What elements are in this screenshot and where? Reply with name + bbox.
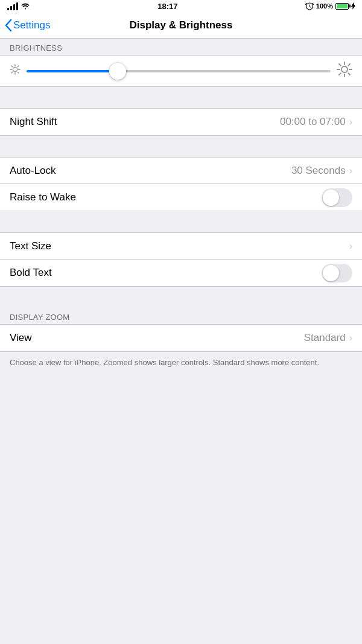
svg-line-8: [17, 66, 19, 67]
bold-text-row: Bold Text: [0, 260, 362, 286]
spacer-2: [0, 136, 362, 157]
text-size-row[interactable]: Text Size ›: [0, 233, 362, 260]
svg-point-1: [13, 67, 17, 71]
slider-fill: [27, 70, 118, 72]
svg-line-17: [348, 64, 350, 66]
auto-lock-chevron-icon: ›: [349, 166, 352, 176]
brightness-section-header: BRIGHTNESS: [0, 39, 362, 55]
svg-line-18: [339, 73, 341, 75]
night-shift-row[interactable]: Night Shift 00:00 to 07:00 ›: [0, 109, 362, 135]
text-group: Text Size › Bold Text: [0, 232, 362, 287]
bold-text-toggle[interactable]: [322, 264, 352, 282]
svg-line-7: [17, 72, 19, 73]
status-right: 100%: [305, 2, 355, 10]
svg-point-10: [341, 66, 348, 72]
svg-line-15: [339, 64, 341, 66]
text-size-value: ›: [349, 241, 352, 251]
view-row[interactable]: View Standard ›: [0, 325, 362, 351]
auto-lock-time: 30 Seconds: [291, 165, 346, 177]
svg-line-16: [348, 73, 350, 75]
wifi-icon: [21, 2, 30, 10]
view-label: View: [10, 332, 32, 344]
night-shift-chevron-icon: ›: [349, 117, 352, 127]
sun-large-icon: [337, 62, 352, 80]
svg-line-6: [11, 66, 13, 67]
view-current-value: Standard: [304, 332, 346, 344]
bold-text-toggle-knob: [323, 265, 339, 281]
battery-icon: [335, 3, 349, 10]
slider-thumb[interactable]: [109, 63, 126, 80]
view-chevron-icon: ›: [349, 333, 352, 343]
text-size-chevron-icon: ›: [349, 241, 352, 251]
raise-to-wake-row: Raise to Wake: [0, 184, 362, 211]
display-zoom-footer: Choose a view for iPhone. Zoomed shows l…: [0, 352, 362, 378]
raise-to-wake-toggle[interactable]: [322, 188, 352, 207]
lock-group: Auto-Lock 30 Seconds › Raise to Wake: [0, 157, 362, 211]
alarm-icon: [305, 2, 314, 10]
auto-lock-row[interactable]: Auto-Lock 30 Seconds ›: [0, 158, 362, 184]
display-zoom-group: View Standard ›: [0, 324, 362, 352]
brightness-slider[interactable]: [27, 70, 331, 72]
svg-line-9: [11, 72, 13, 73]
back-button[interactable]: Settings: [5, 19, 50, 31]
brightness-section: [0, 55, 362, 87]
sun-small-icon: [10, 64, 21, 78]
spacer-4: [0, 287, 362, 308]
status-bar: 18:17 100%: [0, 0, 362, 12]
status-left: [7, 2, 30, 10]
battery-percent: 100%: [316, 2, 333, 10]
charging-icon: [351, 2, 355, 10]
auto-lock-value: 30 Seconds ›: [291, 165, 352, 177]
status-time: 18:17: [157, 2, 177, 11]
night-shift-time: 00:00 to 07:00: [280, 116, 346, 128]
view-value: Standard ›: [304, 332, 352, 344]
back-label: Settings: [13, 19, 50, 31]
signal-icon: [7, 2, 18, 10]
spacer-3: [0, 211, 362, 232]
auto-lock-label: Auto-Lock: [10, 165, 56, 177]
raise-to-wake-label: Raise to Wake: [10, 191, 76, 203]
text-size-label: Text Size: [10, 240, 51, 252]
display-zoom-section-header: DISPLAY ZOOM: [0, 308, 362, 324]
night-shift-group: Night Shift 00:00 to 07:00 ›: [0, 108, 362, 136]
page-title: Display & Brightness: [130, 19, 233, 31]
night-shift-label: Night Shift: [10, 116, 57, 128]
raise-to-wake-toggle-knob: [323, 190, 339, 206]
back-chevron-icon: [5, 19, 12, 31]
bold-text-label: Bold Text: [10, 267, 52, 279]
spacer-1: [0, 87, 362, 108]
brightness-slider-row: [10, 62, 352, 80]
nav-bar: Settings Display & Brightness: [0, 12, 362, 39]
night-shift-value: 00:00 to 07:00 ›: [280, 116, 352, 128]
